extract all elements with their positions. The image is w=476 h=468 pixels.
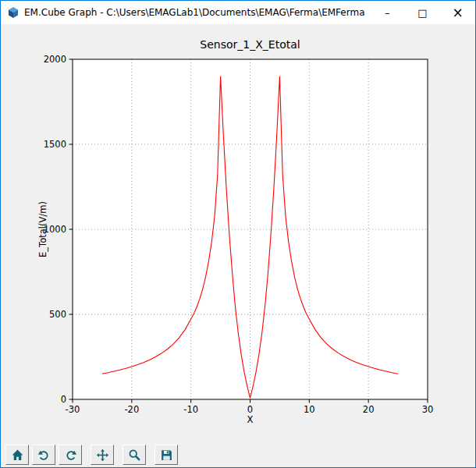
x-tick-label: -30 xyxy=(66,404,80,415)
maximize-button[interactable]: □ xyxy=(405,1,440,24)
pan-icon xyxy=(96,448,109,462)
y-tick-label: 500 xyxy=(49,309,66,320)
x-axis-label: X xyxy=(247,414,254,425)
y-tick-label: 1500 xyxy=(44,139,66,150)
x-tick-label: 10 xyxy=(304,404,315,415)
back-button[interactable] xyxy=(32,445,55,465)
plot-svg: -30-20-1001020300500100015002000Sensor_1… xyxy=(1,24,475,442)
back-icon xyxy=(37,448,51,462)
close-button[interactable]: × xyxy=(440,1,475,24)
y-tick-label: 2000 xyxy=(44,54,66,65)
figure-canvas[interactable]: -30-20-1001020300500100015002000Sensor_1… xyxy=(1,24,475,442)
navigation-toolbar xyxy=(1,442,475,467)
y-tick-label: 0 xyxy=(61,394,66,405)
x-tick-label: -10 xyxy=(183,404,198,415)
title-bar[interactable]: EM.Cube Graph - C:\Users\EMAGLab1\Docume… xyxy=(1,1,475,24)
minimize-button[interactable]: – xyxy=(370,1,405,24)
forward-button[interactable] xyxy=(59,445,82,465)
zoom-icon xyxy=(128,448,141,462)
window-title: EM.Cube Graph - C:\Users\EMAGLab1\Docume… xyxy=(24,7,370,18)
x-tick-label: 20 xyxy=(363,404,375,415)
forward-icon xyxy=(64,448,77,462)
x-tick-label: 30 xyxy=(422,404,434,415)
home-icon xyxy=(11,448,24,462)
x-tick-label: -20 xyxy=(124,404,139,415)
x-tick-label: 0 xyxy=(247,404,253,415)
save-button[interactable] xyxy=(155,445,178,465)
pan-button[interactable] xyxy=(91,445,114,465)
app-icon[interactable] xyxy=(7,6,20,19)
app-window: EM.Cube Graph - C:\Users\EMAGLab1\Docume… xyxy=(0,0,476,468)
home-button[interactable] xyxy=(5,445,29,465)
y-axis-label: E_Total(V/m) xyxy=(37,201,48,257)
plot-title: Sensor_1_X_Etotal xyxy=(200,38,300,51)
save-icon xyxy=(160,448,173,462)
zoom-button[interactable] xyxy=(123,445,146,465)
